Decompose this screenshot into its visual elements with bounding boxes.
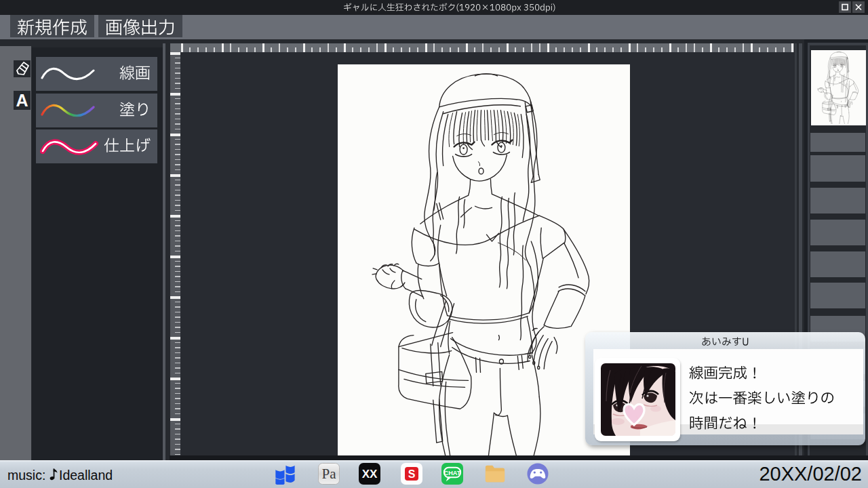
svg-text:Pa: Pa: [322, 466, 337, 482]
svg-text:CHAT: CHAT: [444, 470, 461, 476]
svg-text:S: S: [408, 468, 416, 480]
svg-text:XX: XX: [362, 468, 378, 481]
